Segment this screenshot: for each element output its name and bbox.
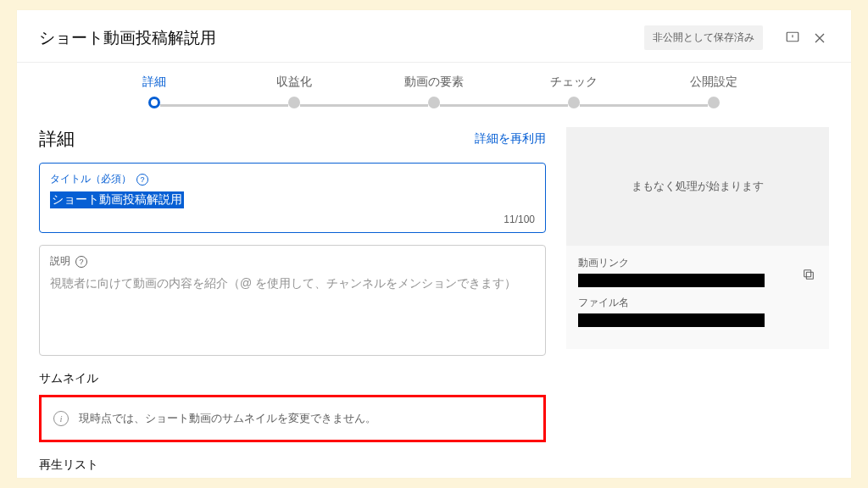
playlist-section-title: 再生リスト [39, 458, 546, 473]
title-char-counter: 11/100 [504, 214, 535, 225]
thumbnail-section-title: サムネイル [39, 371, 546, 386]
close-icon[interactable] [810, 29, 829, 47]
filename-label: ファイル名 [578, 296, 817, 310]
section-title-details: 詳細 [39, 127, 475, 151]
title-input[interactable]: ショート動画投稿解説用 [50, 191, 184, 208]
reuse-details-link[interactable]: 詳細を再利用 [475, 131, 546, 147]
thumbnail-info-text: 現時点では、ショート動画のサムネイルを変更できません。 [79, 411, 376, 426]
thumbnail-info-highlight: i 現時点では、ショート動画のサムネイルを変更できません。 [39, 395, 546, 442]
video-preview: まもなく処理が始まります [566, 127, 829, 246]
step-video-elements[interactable]: 動画の要素 [364, 75, 504, 108]
step-checks[interactable]: チェック [504, 75, 643, 108]
feedback-icon[interactable] [783, 29, 802, 47]
upload-dialog: ショート動画投稿解説用 非公開として保存済み 詳細 収益化 [17, 10, 851, 478]
save-status-badge: 非公開として保存済み [644, 25, 763, 50]
step-details[interactable]: 詳細 [85, 75, 225, 108]
video-link-value [578, 274, 765, 287]
description-field[interactable]: 説明 ? 視聴者に向けて動画の内容を紹介（@ を使用して、チャンネルをメンション… [39, 245, 546, 356]
filename-value [578, 313, 765, 327]
dialog-header: ショート動画投稿解説用 非公開として保存済み [17, 10, 851, 63]
description-input[interactable]: 視聴者に向けて動画の内容を紹介（@ を使用して、チャンネルをメンションできます） [50, 274, 535, 348]
title-field[interactable]: タイトル（必須） ? ショート動画投稿解説用 11/100 [39, 163, 546, 233]
svg-rect-1 [806, 272, 813, 279]
svg-rect-2 [804, 270, 811, 277]
processing-text: まもなく処理が始まります [632, 179, 764, 194]
description-field-label: 説明 [50, 254, 70, 269]
info-icon: i [53, 411, 69, 426]
stepper: 詳細 収益化 動画の要素 チェック 公開設定 [17, 63, 851, 108]
video-link-label: 動画リンク [578, 256, 817, 270]
dialog-title: ショート動画投稿解説用 [39, 27, 644, 49]
help-icon[interactable]: ? [136, 174, 148, 186]
copy-icon[interactable] [802, 268, 817, 283]
step-visibility[interactable]: 公開設定 [643, 75, 783, 108]
title-field-label: タイトル（必須） [50, 172, 131, 186]
step-monetization[interactable]: 収益化 [225, 75, 364, 108]
help-icon[interactable]: ? [75, 256, 87, 268]
video-meta: 動画リンク ファイル名 [566, 246, 829, 349]
